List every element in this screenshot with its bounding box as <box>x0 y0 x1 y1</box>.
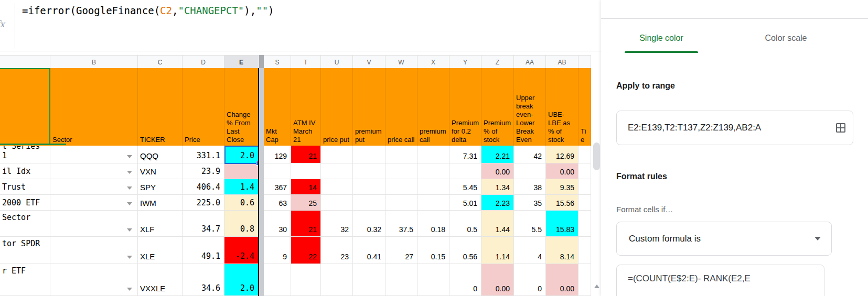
cell-t[interactable]: 14 <box>291 179 321 195</box>
dropdown-arrow-icon[interactable] <box>127 187 132 190</box>
header-cell-w[interactable]: price call <box>385 68 417 146</box>
cell-u[interactable] <box>321 163 353 179</box>
cell-s[interactable] <box>264 264 291 296</box>
cell-sector-dropdown[interactable] <box>50 195 138 211</box>
cell-ticker[interactable]: VXXLE <box>138 264 183 296</box>
header-cell-e[interactable]: Change % From Last Close <box>224 68 259 146</box>
cell-t[interactable]: 21 <box>291 211 321 237</box>
cell-price[interactable]: 225.0 <box>183 195 224 211</box>
cell-y[interactable] <box>449 163 481 179</box>
cell-z[interactable]: 1.14 <box>481 237 514 264</box>
column-header-AA[interactable]: AA <box>514 56 546 69</box>
apply-range-value[interactable]: E2:E139,T2:T137,Z2:Z139,AB2:A <box>628 123 831 133</box>
cell-u[interactable] <box>321 195 353 211</box>
cell-tie[interactable] <box>578 163 591 179</box>
cell-ticker[interactable]: XLF <box>138 211 183 237</box>
cell-change-pct[interactable]: -2.4 <box>224 237 259 264</box>
cell-w[interactable] <box>385 163 417 179</box>
cell-t[interactable] <box>291 264 321 296</box>
cell-t[interactable]: 22 <box>291 237 321 264</box>
column-header-C[interactable]: C <box>138 56 183 69</box>
cell-u[interactable]: 32 <box>321 211 353 237</box>
cell-y[interactable]: 7.31 <box>449 146 481 163</box>
cell-tie[interactable] <box>578 146 591 163</box>
cell-w[interactable] <box>385 179 417 195</box>
cell-x[interactable] <box>417 179 449 195</box>
column-header-AB[interactable]: AB <box>546 56 578 69</box>
cell-aa[interactable]: 38 <box>514 179 546 195</box>
cell-change-pct[interactable]: 2.0 <box>224 264 259 296</box>
cell-z[interactable]: 1.34 <box>481 179 514 195</box>
cell-t[interactable]: 21 <box>291 146 321 163</box>
cell-company-name[interactable]: il Idx <box>0 163 50 179</box>
cell-aa[interactable]: 5.5 <box>514 211 546 237</box>
cell-s[interactable]: 129 <box>264 146 291 163</box>
cell-w[interactable]: 37.5 <box>385 211 417 237</box>
dropdown-arrow-icon[interactable] <box>127 288 132 291</box>
header-cell-aa[interactable]: Upper break even- Lower Break Even <box>514 68 546 146</box>
cell-u[interactable] <box>321 264 353 296</box>
cell-t[interactable]: 25 <box>291 195 321 211</box>
header-cell-d[interactable]: Price <box>183 68 224 146</box>
cell-tie[interactable] <box>578 179 591 195</box>
cell-change-pct[interactable]: 0.8 <box>224 211 259 237</box>
cell-aa[interactable]: 4 <box>514 237 546 264</box>
cell-x[interactable] <box>417 146 449 163</box>
cell-w[interactable] <box>385 195 417 211</box>
tab-single-color[interactable]: Single color <box>625 25 698 51</box>
cell-s[interactable] <box>264 163 291 179</box>
dropdown-arrow-icon[interactable] <box>127 256 132 259</box>
cell-u[interactable] <box>321 179 353 195</box>
cell-x[interactable]: 0.18 <box>417 211 449 237</box>
cell-aa[interactable]: 42 <box>514 146 546 163</box>
cell-s[interactable]: 30 <box>264 211 291 237</box>
cell-sector-dropdown[interactable] <box>50 264 138 296</box>
cell-sector-dropdown[interactable] <box>50 163 138 179</box>
cell-z[interactable]: 2.23 <box>481 195 514 211</box>
header-cell-b[interactable]: Sector <box>50 68 138 146</box>
cell-z[interactable]: 0.00 <box>481 264 514 296</box>
header-cell-x[interactable]: premium call <box>417 68 449 146</box>
cell-ticker[interactable]: SPY <box>138 179 183 195</box>
header-cell-v[interactable]: premium put <box>353 68 385 146</box>
cell-aa[interactable] <box>514 163 546 179</box>
column-header-B[interactable]: B <box>50 56 138 69</box>
cell-ticker[interactable]: VXN <box>138 163 183 179</box>
cell-ab[interactable]: 15.83 <box>546 211 578 237</box>
cell-tie[interactable] <box>578 195 591 211</box>
cell-sector-dropdown[interactable] <box>50 179 138 195</box>
cell-v[interactable] <box>353 146 385 163</box>
column-header-Y[interactable]: Y <box>449 56 481 69</box>
cell-ticker[interactable]: IWM <box>138 195 183 211</box>
cell-v[interactable]: 0.41 <box>353 237 385 264</box>
cell-s[interactable]: 63 <box>264 195 291 211</box>
cell-v[interactable] <box>353 195 385 211</box>
dropdown-arrow-icon[interactable] <box>127 228 132 232</box>
cell-change-pct[interactable]: 1.4 <box>224 179 259 195</box>
cell-t[interactable] <box>291 163 321 179</box>
cell-u[interactable] <box>321 146 353 163</box>
column-header-T[interactable]: T <box>291 56 321 69</box>
cell-tie[interactable] <box>578 211 591 237</box>
cell-company-name[interactable]: tor SPDR <box>0 237 50 264</box>
column-header-a[interactable] <box>0 56 50 69</box>
header-cell-ab[interactable]: UBE- LBE as % of stock <box>546 68 578 146</box>
header-cell-c[interactable]: TICKER <box>138 68 183 146</box>
cell-price[interactable]: 49.1 <box>183 237 224 264</box>
cell-ticker[interactable]: XLE <box>138 237 183 264</box>
cell-ab[interactable]: 0.00 <box>546 163 578 179</box>
header-cell-z[interactable]: Premium % of stock <box>481 68 514 146</box>
dropdown-arrow-icon[interactable] <box>127 155 132 158</box>
cell-w[interactable]: 27 <box>385 237 417 264</box>
cell-price[interactable]: 331.1 <box>183 146 224 163</box>
cell-sector-dropdown[interactable] <box>50 146 138 163</box>
cell-v[interactable] <box>353 179 385 195</box>
cell-x[interactable] <box>417 264 449 296</box>
cell-price[interactable]: 406.4 <box>183 179 224 195</box>
cell-y[interactable]: 5.45 <box>449 179 481 195</box>
cell-y[interactable]: 0 <box>449 264 481 296</box>
column-header-E[interactable]: E <box>224 56 259 69</box>
header-cell-tie[interactable]: Tie <box>578 68 591 146</box>
cell-company-name[interactable]: Sector <box>0 211 50 237</box>
column-header-Z[interactable]: Z <box>481 56 514 69</box>
